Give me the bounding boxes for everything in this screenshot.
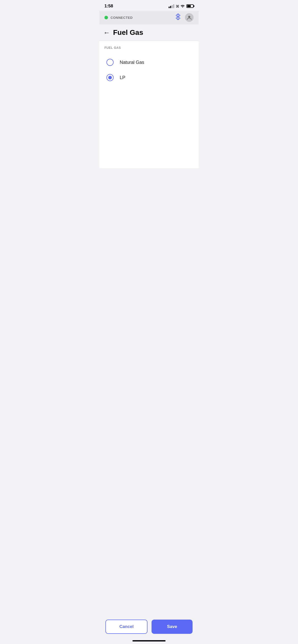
radio-option-natural-gas[interactable]: Natural Gas	[104, 55, 194, 70]
section-label: FUEL GAS	[104, 46, 194, 50]
signal-bar-3	[172, 5, 173, 8]
connection-bar: CONNECTED	[99, 11, 199, 24]
svg-point-0	[188, 16, 190, 18]
back-button[interactable]: ←	[103, 29, 110, 36]
radio-lp-label: LP	[120, 75, 125, 80]
bluetooth-icon[interactable]	[175, 13, 181, 22]
connected-dot-icon	[104, 16, 108, 19]
main-content: FUEL GAS Natural Gas LP	[99, 41, 199, 168]
radio-lp-button[interactable]	[106, 74, 114, 81]
status-time: 1:58	[104, 4, 113, 9]
connected-label: CONNECTED	[111, 16, 133, 20]
page-title: Fuel Gas	[113, 28, 143, 37]
status-bar: 1:58 ⌘	[99, 0, 199, 11]
page-header: ← Fuel Gas	[99, 24, 199, 41]
battery-fill	[187, 5, 191, 7]
status-icons: ⌘	[169, 4, 194, 8]
radio-natural-gas-label: Natural Gas	[120, 60, 144, 65]
connection-status: CONNECTED	[104, 16, 133, 20]
signal-bars-icon	[169, 4, 174, 8]
wifi-icon: ⌘	[176, 4, 185, 8]
battery-icon	[186, 4, 194, 8]
radio-option-lp[interactable]: LP	[104, 70, 194, 85]
signal-bar-4	[173, 4, 174, 8]
connection-actions	[175, 13, 194, 22]
radio-natural-gas-button[interactable]	[106, 59, 114, 66]
profile-icon[interactable]	[185, 13, 194, 22]
signal-bar-1	[169, 7, 170, 8]
signal-bar-2	[170, 6, 171, 8]
